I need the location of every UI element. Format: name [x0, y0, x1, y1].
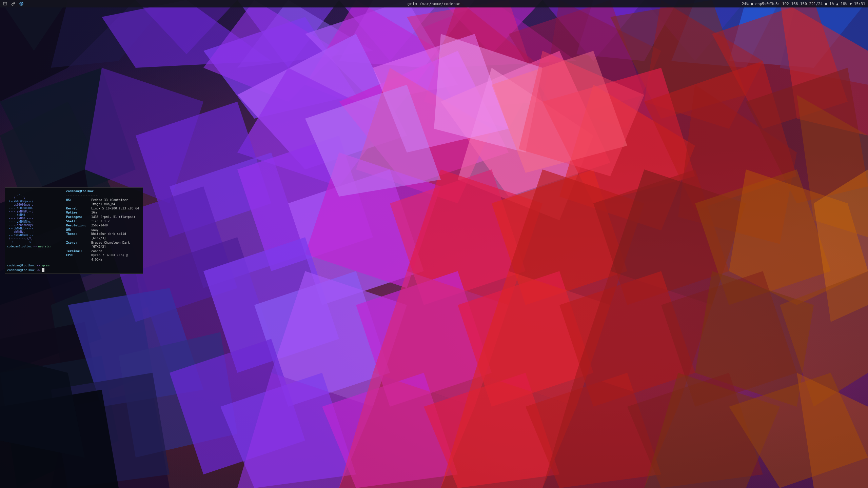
topbar-left: g	[3, 1, 24, 6]
info-label: OS:	[66, 198, 91, 206]
prompt-user-1: codeban@toolbox	[7, 264, 35, 267]
info-label: CPU:	[66, 253, 91, 262]
info-line: Shell:fish 3.1.2	[66, 219, 140, 224]
terminal-ascii-panel: .-. /-----\ /--shhOWbmp---\ |---.s00000u…	[5, 188, 63, 262]
svg-rect-106	[3, 2, 7, 5]
info-value: Ryzen 7 3700X (16) @ 4.0GHz	[91, 253, 140, 262]
terminal-prompt-area[interactable]: codeban@toolbox -> grim codeban@toolbox …	[5, 262, 143, 273]
info-label: Icons:	[66, 241, 91, 249]
info-label: Theme:	[66, 232, 91, 240]
link-icon[interactable]	[11, 1, 16, 6]
terminal-info-panel: codeban@toolbox -------------------- OS:…	[63, 188, 143, 262]
info-value: connon	[91, 249, 102, 253]
prompt-user-2: codeban@toolbox	[7, 268, 35, 272]
info-value: WhiteSur-dark-solid [GTK2/3]	[91, 232, 140, 240]
prompt-arrow-2: ->	[37, 268, 42, 272]
window-manager-icon[interactable]	[3, 1, 7, 6]
info-label: Terminal:	[66, 249, 91, 253]
status-text: 24% ● enp5s0f3u3: 192.168.150.221/24 ● 1…	[742, 2, 865, 6]
prompt-arrow-1: ->	[37, 264, 42, 267]
prompt-line-2: codeban@toolbox ->	[7, 268, 141, 273]
info-line: Icons:Breeze Chameleon Dark [GTK2/3]	[66, 241, 140, 249]
info-value: fish 3.1.2	[91, 219, 110, 224]
info-label: WM:	[66, 228, 91, 232]
info-line: CPU:Ryzen 7 3700X (16) @ 4.0GHz	[66, 253, 140, 262]
info-line: WM:sway	[66, 228, 140, 232]
terminal-content: .-. /-----\ /--shhOWbmp---\ |---.s00000u…	[5, 188, 143, 262]
info-value: Linux 5.10-200.fc33.x86_64	[91, 206, 139, 211]
info-line: OS:Fedora 33 (Container Image) x86_64	[66, 198, 140, 206]
info-line: Terminal:connon	[66, 249, 140, 253]
info-value: 1435 (rpm), 51 (flatpak)	[91, 215, 135, 219]
cursor	[42, 268, 44, 272]
info-label: Resolution:	[66, 223, 91, 228]
info-value: sway	[91, 228, 99, 232]
info-value: Breeze Chameleon Dark [GTK2/3]	[91, 241, 140, 249]
info-line: Theme:WhiteSur-dark-solid [GTK2/3]	[66, 232, 140, 240]
info-line: Packages:1435 (rpm), 51 (flatpak)	[66, 215, 140, 219]
topbar-title: grim /var/home/codeban	[408, 2, 461, 6]
terminal-window[interactable]: .-. /-----\ /--shhOWbmp---\ |---.s00000u…	[5, 187, 143, 274]
info-value: 16m	[91, 210, 97, 215]
info-label: Packages:	[66, 215, 91, 219]
window-title: grim /var/home/codeban	[408, 2, 461, 6]
info-label: Uptime:	[66, 210, 91, 215]
info-label: Kernel:	[66, 206, 91, 211]
svg-text:g: g	[21, 3, 22, 5]
info-line: Uptime:16m	[66, 210, 140, 215]
topbar-status: 24% ● enp5s0f3u3: 192.168.150.221/24 ● 1…	[742, 2, 865, 6]
neofetch-lines: OS:Fedora 33 (Container Image) x86_64Ker…	[66, 198, 140, 262]
info-line: Kernel:Linux 5.10-200.fc33.x86_64	[66, 206, 140, 211]
neofetch-header: codeban@toolbox	[66, 189, 140, 194]
prompt-cmd-1: grim	[42, 264, 50, 267]
neofetch-divider: --------------------	[66, 194, 140, 198]
info-label: Shell:	[66, 219, 91, 224]
topbar: g grim /var/home/codeban 24% ● enp5s0f3u…	[0, 0, 868, 7]
app-icon[interactable]: g	[19, 1, 24, 6]
info-value: Fedora 33 (Container Image) x86_64	[91, 198, 140, 206]
info-value: 868x488	[91, 223, 108, 228]
info-line: Resolution:868x488	[66, 223, 140, 228]
prompt-line-1: codeban@toolbox -> grim	[7, 263, 141, 268]
